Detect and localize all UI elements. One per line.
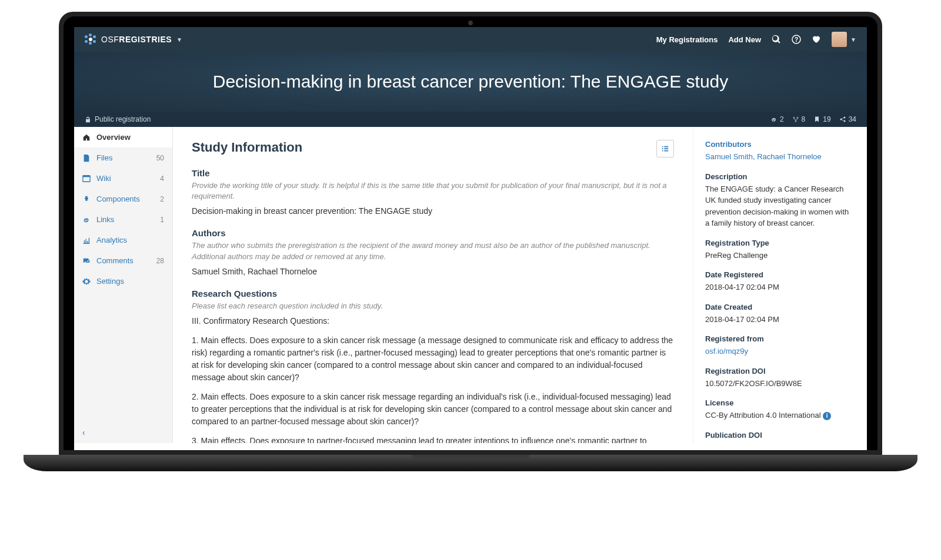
nav-add-new[interactable]: Add New	[728, 35, 761, 44]
link-icon	[770, 116, 778, 123]
svg-text:?: ?	[795, 36, 798, 43]
meta-registered-from: Registered from osf.io/mqz9y	[705, 334, 855, 357]
field-label: Title	[192, 168, 674, 178]
search-icon[interactable]	[772, 35, 781, 44]
sidebar-item-files[interactable]: Files 50	[74, 147, 172, 168]
sidebar-item-overview[interactable]: Overview	[74, 127, 172, 147]
heart-icon[interactable]	[812, 35, 821, 44]
meta-label: Date Registered	[705, 270, 855, 279]
link-icon	[82, 216, 91, 224]
meta-label: Description	[705, 172, 855, 181]
sidebar-item-comments[interactable]: Comments 28	[74, 250, 172, 271]
chart-icon	[82, 236, 91, 244]
sidebar-item-links[interactable]: Links 1	[74, 209, 172, 230]
sidebar-item-label: Links	[96, 215, 154, 224]
registered-from-link[interactable]: osf.io/mqz9y	[705, 347, 748, 356]
hero-banner: Decision-making in breast cancer prevent…	[74, 52, 867, 112]
meta-value: 10.5072/FK2OSF.IO/B9W8E	[705, 378, 855, 390]
visibility-label: Public registration	[95, 115, 151, 123]
meta-registration-type: Registration Type PreReg Challenge	[705, 239, 855, 261]
stat-shares[interactable]: 34	[839, 115, 856, 123]
status-bar: Public registration 2 8 19	[74, 112, 867, 127]
screen: OSFREGISTRIES ▼ My Registrations Add New…	[74, 27, 867, 450]
meta-license: License CC-By Attribution 4.0 Internatio…	[705, 398, 855, 421]
sidebar-item-label: Analytics	[96, 236, 158, 244]
field-authors: Authors The author who submits the prere…	[192, 228, 674, 277]
field-value: Samuel Smith, Rachael Thorneloe	[192, 266, 674, 278]
section-heading: Study Information	[192, 140, 302, 155]
comments-icon	[82, 257, 91, 265]
field-hint: The author who submits the preregistrati…	[192, 240, 674, 261]
avatar	[832, 32, 847, 47]
field-value: Decision-making in breast cancer prevent…	[192, 205, 674, 217]
laptop-base	[24, 455, 917, 471]
sidebar-item-components[interactable]: Components 2	[74, 189, 172, 209]
meta-label: Publication DOI	[705, 431, 855, 440]
rq-item: 3. Main effects. Does exposure to partne…	[192, 435, 674, 443]
field-title: Title Provide the working title of your …	[192, 168, 674, 217]
file-icon	[82, 154, 91, 162]
meta-label: Date Created	[705, 303, 855, 311]
sidebar-item-analytics[interactable]: Analytics	[74, 230, 172, 250]
meta-value: CC-By Attribution 4.0 International	[705, 411, 821, 420]
meta-label: Registration Type	[705, 239, 855, 247]
rq-item: 1. Main effects. Does exposure to a skin…	[192, 334, 674, 384]
sidebar-item-label: Comments	[96, 256, 151, 265]
list-icon	[661, 145, 669, 153]
field-label: Authors	[192, 228, 674, 238]
caret-down-icon: ▼	[850, 36, 856, 43]
stat-links[interactable]: 2	[770, 115, 784, 123]
window-icon	[82, 175, 91, 183]
rq-intro: III. Confirmatory Research Questions:	[192, 315, 674, 327]
meta-value: PreReg Challenge	[705, 250, 855, 261]
metadata-panel: Contributors Samuel Smith, Rachael Thorn…	[693, 127, 867, 443]
user-menu[interactable]: ▼	[832, 32, 856, 47]
page-title: Decision-making in breast cancer prevent…	[86, 72, 855, 92]
meta-publication-doi: Publication DOI 10.5072/FK2OSF.IO/B9W8E	[705, 431, 855, 444]
sidebar-item-label: Settings	[96, 277, 158, 286]
sidebar-item-wiki[interactable]: Wiki 4	[74, 168, 172, 189]
meta-value: 10.5072/FK2OSF.IO/B9W8E	[705, 442, 855, 444]
svg-point-3	[843, 117, 845, 119]
meta-label: Registered from	[705, 334, 855, 343]
stat-bookmarks[interactable]: 19	[813, 115, 830, 123]
help-icon[interactable]: ?	[792, 35, 801, 44]
sidebar-item-label: Files	[96, 153, 151, 162]
svg-point-4	[843, 120, 845, 122]
sidebar-item-label: Overview	[96, 133, 158, 142]
gear-icon	[82, 277, 91, 286]
osf-logo-icon	[85, 33, 96, 45]
info-icon[interactable]: i	[823, 412, 831, 420]
sidebar-item-label: Wiki	[96, 174, 154, 183]
meta-value: The ENGAGE study: a Cancer Research UK f…	[705, 183, 855, 229]
brand-dropdown[interactable]: OSFREGISTRIES ▼	[85, 33, 182, 45]
stat-forks[interactable]: 8	[792, 115, 806, 123]
top-nav: OSFREGISTRIES ▼ My Registrations Add New…	[74, 27, 867, 52]
field-hint: Provide the working title of your study.…	[192, 180, 674, 202]
sidebar-item-label: Components	[96, 195, 154, 203]
contributors-link[interactable]: Contributors	[705, 140, 752, 149]
home-icon	[82, 133, 91, 142]
rq-item: 2. Main effects. Does exposure to a skin…	[192, 391, 674, 428]
contributor-link[interactable]: Samuel Smith, Rachael Thorneloe	[705, 152, 822, 161]
toc-button[interactable]	[656, 140, 674, 157]
meta-contributors: Contributors Samuel Smith, Rachael Thorn…	[705, 140, 855, 163]
svg-rect-6	[83, 175, 90, 177]
meta-registration-doi: Registration DOI 10.5072/FK2OSF.IO/B9W8E	[705, 367, 855, 390]
puzzle-icon	[82, 195, 91, 203]
meta-value: 2018-04-17 02:04 PM	[705, 281, 855, 293]
main-content: Study Information Title Provide the work…	[173, 127, 693, 443]
meta-value: 2018-04-17 02:04 PM	[705, 314, 855, 326]
field-research-questions: Research Questions Please list each rese…	[192, 289, 674, 443]
caret-down-icon: ▼	[176, 36, 182, 43]
nav-my-registrations[interactable]: My Registrations	[656, 35, 718, 44]
share-icon	[839, 116, 846, 123]
sidebar-collapse-button[interactable]: ‹	[82, 428, 85, 437]
sidebar-item-settings[interactable]: Settings	[74, 271, 172, 291]
sidebar: Overview Files 50 Wiki 4	[74, 127, 173, 443]
bookmark-icon	[813, 116, 820, 123]
camera-dot	[468, 21, 473, 25]
meta-description: Description The ENGAGE study: a Cancer R…	[705, 172, 855, 229]
field-label: Research Questions	[192, 289, 674, 299]
fork-icon	[792, 116, 799, 123]
